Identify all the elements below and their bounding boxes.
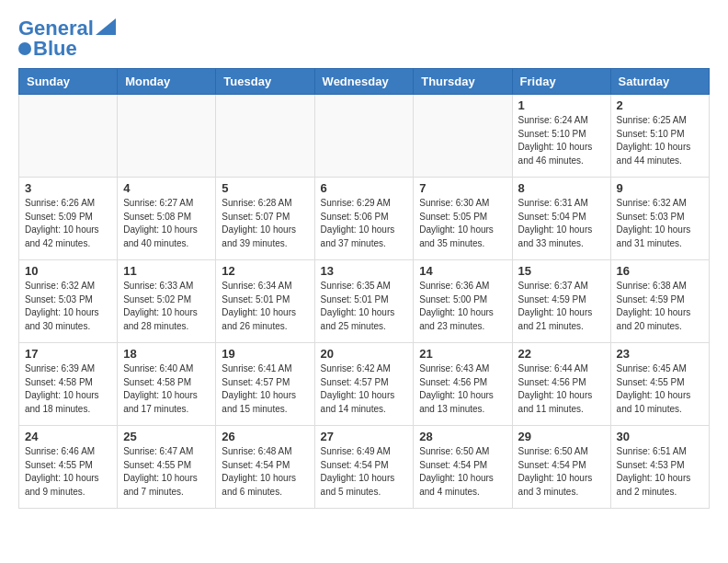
- logo-dot: [18, 42, 31, 55]
- calendar-cell-2-3: 5Sunrise: 6:28 AMSunset: 5:07 PMDaylight…: [216, 178, 314, 260]
- day-info: Sunrise: 6:49 AMSunset: 4:54 PMDaylight:…: [321, 445, 408, 499]
- day-number: 22: [518, 347, 605, 361]
- calendar-cell-4-5: 21Sunrise: 6:43 AMSunset: 4:56 PMDayligh…: [414, 343, 512, 426]
- day-number: 18: [123, 347, 210, 361]
- day-number: 28: [419, 430, 506, 443]
- calendar-cell-5-5: 28Sunrise: 6:50 AMSunset: 4:54 PMDayligh…: [414, 426, 512, 509]
- day-info: Sunrise: 6:37 AMSunset: 4:59 PMDaylight:…: [518, 280, 605, 333]
- day-info: Sunrise: 6:30 AMSunset: 5:05 PMDaylight:…: [419, 197, 506, 250]
- day-number: 13: [321, 264, 408, 278]
- calendar-cell-1-1: [19, 95, 118, 178]
- day-info: Sunrise: 6:31 AMSunset: 5:04 PMDaylight:…: [518, 197, 605, 250]
- calendar-week-3: 10Sunrise: 6:32 AMSunset: 5:03 PMDayligh…: [19, 260, 710, 343]
- day-info: Sunrise: 6:43 AMSunset: 4:56 PMDaylight:…: [419, 362, 506, 416]
- calendar-week-5: 24Sunrise: 6:46 AMSunset: 4:55 PMDayligh…: [19, 426, 710, 509]
- day-info: Sunrise: 6:45 AMSunset: 4:55 PMDaylight:…: [617, 362, 703, 416]
- calendar-table: SundayMondayTuesdayWednesdayThursdayFrid…: [18, 68, 710, 509]
- calendar-cell-5-2: 25Sunrise: 6:47 AMSunset: 4:55 PMDayligh…: [118, 426, 216, 509]
- calendar-cell-1-4: [314, 95, 414, 178]
- day-number: 17: [25, 347, 111, 361]
- calendar-cell-1-2: [118, 95, 216, 178]
- day-info: Sunrise: 6:35 AMSunset: 5:01 PMDaylight:…: [321, 280, 408, 333]
- calendar-cell-1-3: [216, 95, 314, 178]
- calendar-cell-3-6: 15Sunrise: 6:37 AMSunset: 4:59 PMDayligh…: [512, 260, 610, 343]
- day-info: Sunrise: 6:33 AMSunset: 5:02 PMDaylight:…: [123, 280, 210, 333]
- day-info: Sunrise: 6:41 AMSunset: 4:57 PMDaylight:…: [222, 362, 308, 416]
- day-number: 2: [617, 98, 703, 112]
- day-number: 29: [518, 430, 605, 443]
- calendar-cell-2-4: 6Sunrise: 6:29 AMSunset: 5:06 PMDaylight…: [314, 178, 414, 260]
- day-number: 15: [518, 264, 605, 278]
- day-info: Sunrise: 6:32 AMSunset: 5:03 PMDaylight:…: [617, 197, 703, 250]
- day-number: 19: [222, 347, 308, 361]
- day-number: 5: [222, 181, 308, 195]
- day-info: Sunrise: 6:28 AMSunset: 5:07 PMDaylight:…: [222, 197, 308, 250]
- day-info: Sunrise: 6:26 AMSunset: 5:09 PMDaylight:…: [25, 197, 111, 250]
- day-info: Sunrise: 6:47 AMSunset: 4:55 PMDaylight:…: [123, 445, 210, 499]
- day-number: 23: [617, 347, 703, 361]
- calendar-cell-3-5: 14Sunrise: 6:36 AMSunset: 5:00 PMDayligh…: [414, 260, 512, 343]
- day-number: 26: [222, 430, 308, 443]
- calendar-cell-4-6: 22Sunrise: 6:44 AMSunset: 4:56 PMDayligh…: [512, 343, 610, 426]
- day-info: Sunrise: 6:32 AMSunset: 5:03 PMDaylight:…: [25, 280, 111, 333]
- svg-marker-0: [96, 18, 116, 35]
- col-header-sunday: Sunday: [19, 69, 118, 95]
- calendar-cell-3-7: 16Sunrise: 6:38 AMSunset: 4:59 PMDayligh…: [610, 260, 709, 343]
- calendar-cell-5-3: 26Sunrise: 6:48 AMSunset: 4:54 PMDayligh…: [216, 426, 314, 509]
- calendar-cell-5-7: 30Sunrise: 6:51 AMSunset: 4:53 PMDayligh…: [610, 426, 709, 509]
- calendar-cell-2-2: 4Sunrise: 6:27 AMSunset: 5:08 PMDaylight…: [118, 178, 216, 260]
- day-number: 24: [25, 430, 111, 443]
- day-number: 20: [321, 347, 408, 361]
- day-info: Sunrise: 6:34 AMSunset: 5:01 PMDaylight:…: [222, 280, 308, 333]
- page-header: General Blue: [18, 18, 710, 59]
- day-info: Sunrise: 6:44 AMSunset: 4:56 PMDaylight:…: [518, 362, 605, 416]
- day-info: Sunrise: 6:39 AMSunset: 4:58 PMDaylight:…: [25, 362, 111, 416]
- calendar-cell-1-6: 1Sunrise: 6:24 AMSunset: 5:10 PMDaylight…: [512, 95, 610, 178]
- calendar-cell-4-4: 20Sunrise: 6:42 AMSunset: 4:57 PMDayligh…: [314, 343, 414, 426]
- calendar-cell-2-5: 7Sunrise: 6:30 AMSunset: 5:05 PMDaylight…: [414, 178, 512, 260]
- day-info: Sunrise: 6:27 AMSunset: 5:08 PMDaylight:…: [123, 197, 210, 250]
- day-info: Sunrise: 6:40 AMSunset: 4:58 PMDaylight:…: [123, 362, 210, 416]
- day-info: Sunrise: 6:25 AMSunset: 5:10 PMDaylight:…: [617, 114, 703, 167]
- calendar-cell-5-6: 29Sunrise: 6:50 AMSunset: 4:54 PMDayligh…: [512, 426, 610, 509]
- day-info: Sunrise: 6:50 AMSunset: 4:54 PMDaylight:…: [518, 445, 605, 499]
- calendar-cell-4-2: 18Sunrise: 6:40 AMSunset: 4:58 PMDayligh…: [118, 343, 216, 426]
- calendar-cell-2-6: 8Sunrise: 6:31 AMSunset: 5:04 PMDaylight…: [512, 178, 610, 260]
- day-info: Sunrise: 6:50 AMSunset: 4:54 PMDaylight:…: [419, 445, 506, 499]
- day-number: 30: [617, 430, 703, 443]
- calendar-cell-4-1: 17Sunrise: 6:39 AMSunset: 4:58 PMDayligh…: [19, 343, 118, 426]
- calendar-week-4: 17Sunrise: 6:39 AMSunset: 4:58 PMDayligh…: [19, 343, 710, 426]
- day-number: 14: [419, 264, 506, 278]
- day-number: 12: [222, 264, 308, 278]
- day-number: 6: [321, 181, 408, 195]
- calendar-cell-1-7: 2Sunrise: 6:25 AMSunset: 5:10 PMDaylight…: [610, 95, 709, 178]
- day-number: 7: [419, 181, 506, 195]
- calendar-cell-1-5: [414, 95, 512, 178]
- logo-text: General: [18, 18, 94, 39]
- day-number: 4: [123, 181, 210, 195]
- day-info: Sunrise: 6:48 AMSunset: 4:54 PMDaylight:…: [222, 445, 308, 499]
- day-number: 21: [419, 347, 506, 361]
- calendar-cell-5-1: 24Sunrise: 6:46 AMSunset: 4:55 PMDayligh…: [19, 426, 118, 509]
- calendar-cell-2-1: 3Sunrise: 6:26 AMSunset: 5:09 PMDaylight…: [19, 178, 118, 260]
- day-number: 25: [123, 430, 210, 443]
- day-info: Sunrise: 6:42 AMSunset: 4:57 PMDaylight:…: [321, 362, 408, 416]
- calendar-cell-4-3: 19Sunrise: 6:41 AMSunset: 4:57 PMDayligh…: [216, 343, 314, 426]
- col-header-friday: Friday: [512, 69, 610, 95]
- day-info: Sunrise: 6:36 AMSunset: 5:00 PMDaylight:…: [419, 280, 506, 333]
- day-number: 3: [25, 181, 111, 195]
- col-header-thursday: Thursday: [414, 69, 512, 95]
- day-info: Sunrise: 6:29 AMSunset: 5:06 PMDaylight:…: [321, 197, 408, 250]
- day-number: 8: [518, 181, 605, 195]
- day-number: 1: [518, 98, 605, 112]
- day-info: Sunrise: 6:51 AMSunset: 4:53 PMDaylight:…: [617, 445, 703, 499]
- calendar-cell-4-7: 23Sunrise: 6:45 AMSunset: 4:55 PMDayligh…: [610, 343, 709, 426]
- calendar-week-1: 1Sunrise: 6:24 AMSunset: 5:10 PMDaylight…: [19, 95, 710, 178]
- calendar-cell-2-7: 9Sunrise: 6:32 AMSunset: 5:03 PMDaylight…: [610, 178, 709, 260]
- col-header-monday: Monday: [118, 69, 216, 95]
- col-header-wednesday: Wednesday: [314, 69, 414, 95]
- calendar-week-2: 3Sunrise: 6:26 AMSunset: 5:09 PMDaylight…: [19, 178, 710, 260]
- calendar-cell-3-3: 12Sunrise: 6:34 AMSunset: 5:01 PMDayligh…: [216, 260, 314, 343]
- logo-arrow-icon: [96, 18, 116, 35]
- day-info: Sunrise: 6:46 AMSunset: 4:55 PMDaylight:…: [25, 445, 111, 499]
